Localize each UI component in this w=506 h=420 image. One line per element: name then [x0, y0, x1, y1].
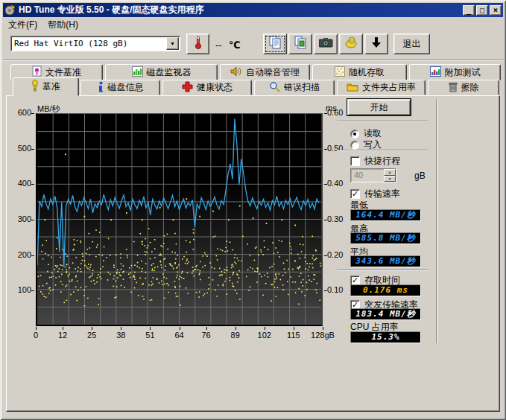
tab-label: 错误扫描 — [284, 81, 320, 94]
separator — [337, 270, 428, 271]
camera-icon — [319, 37, 333, 51]
donate-hand-icon — [344, 36, 358, 51]
axis-tick — [31, 220, 34, 220]
x-axis-tick-label: 25 — [79, 331, 104, 340]
right-axis-tick-label: 0.30 — [327, 214, 343, 223]
minimize-button[interactable]: _ — [463, 5, 475, 16]
transfer-rate-checkbox[interactable] — [350, 189, 360, 199]
axis-tick — [324, 290, 327, 291]
axis-tick — [92, 327, 92, 330]
folder-icon — [347, 82, 358, 94]
axis-tick — [265, 327, 265, 330]
panel-separator — [436, 99, 437, 343]
tab-folder-usage[interactable]: 文件夹占用率 — [337, 80, 426, 95]
axis-tick — [31, 255, 34, 256]
axis-tick — [323, 327, 323, 330]
copy-image-button[interactable] — [288, 34, 312, 54]
tab-random-access[interactable]: 随机存取 — [312, 64, 407, 80]
tab-disk-info[interactable]: 磁盘信息 — [80, 80, 160, 95]
axis-tick — [324, 184, 327, 185]
transfer-rate-label: 传输速率 — [364, 188, 400, 200]
axis-tick — [63, 327, 63, 330]
axis-tick — [324, 255, 327, 256]
window-title: HD Tune 专业版 5.50 - 硬盘/固态硬盘实用程序 — [19, 4, 203, 16]
tab-auto-acoustic[interactable]: 自动噪音管理 — [220, 64, 310, 80]
benchmark-chart — [36, 113, 323, 326]
axis-tick — [206, 327, 207, 330]
x-axis-tick-label: 38 — [108, 331, 133, 340]
temperature-value: -- — [215, 39, 222, 51]
right-axis-tick-label: 0.20 — [327, 250, 343, 259]
axis-tick — [31, 149, 34, 150]
info-icon — [98, 81, 104, 95]
read-radio[interactable] — [350, 130, 359, 139]
tab-disk-monitor[interactable]: 磁盘监视器 — [105, 64, 218, 80]
max-value: 585.8 MB/秒 — [350, 232, 421, 244]
magnifier-icon — [269, 81, 280, 95]
menu-help[interactable]: 帮助(H) — [42, 17, 83, 33]
axis-tick — [294, 327, 294, 330]
tab-label: 附加测试 — [445, 66, 481, 79]
tab-error-scan[interactable]: 错误扫描 — [254, 80, 335, 95]
maximize-button[interactable]: □ — [476, 5, 488, 16]
short-stroke-option[interactable]: 快捷行程 — [350, 155, 400, 168]
axis-tick — [235, 327, 236, 330]
save-results-button[interactable] — [364, 34, 388, 54]
app-icon — [4, 4, 16, 16]
start-button[interactable]: 开始 — [347, 99, 411, 115]
close-button[interactable]: × — [490, 5, 502, 16]
left-axis-tick-label: 600 — [9, 108, 31, 117]
exit-button[interactable]: 退出 — [393, 34, 430, 54]
download-arrow-icon — [371, 36, 382, 51]
write-radio[interactable] — [350, 141, 359, 150]
tab-extra-tests[interactable]: 附加测试 — [409, 64, 501, 80]
x-axis-tick-label: 51 — [137, 331, 162, 340]
left-axis-tick-label: 400 — [9, 179, 31, 188]
tab-benchmark[interactable]: 基准 — [13, 77, 79, 96]
burst-rate-value: 183.4 MB/秒 — [350, 308, 421, 320]
speaker-icon — [230, 66, 242, 79]
short-stroke-value: 40 — [351, 169, 384, 182]
axis-tick — [36, 327, 37, 330]
short-stroke-unit: gB — [414, 171, 426, 181]
copy-image-icon — [294, 36, 307, 52]
axis-tick — [31, 184, 34, 185]
tab-label: 健康状态 — [197, 81, 233, 94]
temperature-button[interactable] — [186, 34, 209, 54]
short-stroke-checkbox[interactable] — [350, 156, 360, 166]
spinner-down-button[interactable]: ▼ — [384, 176, 396, 182]
health-cross-icon — [182, 81, 193, 95]
left-axis-tick-label: 100 — [9, 285, 31, 294]
tab-label: 随机存取 — [349, 66, 385, 79]
short-stroke-size-input[interactable]: 40 ▲ ▼ — [350, 168, 396, 182]
random-access-icon — [335, 66, 345, 79]
extra-tests-icon — [430, 66, 441, 79]
axis-tick — [31, 290, 34, 291]
drive-select[interactable]: Red Hat VirtIO (128 gB) ▼ — [10, 36, 180, 51]
copy-text-button[interactable] — [263, 34, 287, 54]
axis-tick — [31, 113, 34, 114]
chevron-down-icon[interactable]: ▼ — [166, 37, 179, 50]
spinner-up-button[interactable]: ▲ — [384, 169, 396, 176]
exit-button-label: 退出 — [403, 38, 421, 51]
separator — [337, 121, 428, 122]
min-value: 164.4 MB/秒 — [350, 209, 421, 221]
drive-select-value: Red Hat VirtIO (128 gB) — [11, 39, 166, 48]
screenshot-button[interactable] — [314, 34, 338, 54]
axis-tick — [324, 149, 327, 150]
left-axis-tick-label: 300 — [9, 214, 31, 223]
tab-erase[interactable]: 擦除 — [428, 80, 499, 95]
donate-button[interactable] — [339, 34, 363, 54]
copy-icon — [269, 36, 282, 52]
left-axis-title: MB/秒 — [37, 104, 60, 115]
short-stroke-label: 快捷行程 — [364, 155, 400, 168]
x-axis-tick-label: 76 — [194, 331, 219, 340]
right-axis-tick-label: 0.40 — [327, 179, 343, 188]
left-axis-tick-label: 200 — [9, 250, 31, 259]
menu-file[interactable]: 文件(F) — [3, 17, 42, 33]
titlebar[interactable]: HD Tune 专业版 5.50 - 硬盘/固态硬盘实用程序 _ □ × — [3, 3, 503, 17]
tab-health[interactable]: 健康状态 — [162, 80, 252, 95]
axis-tick — [150, 327, 151, 330]
temperature-unit: ℃ — [229, 39, 241, 51]
cpu-usage-value: 15.3% — [350, 331, 421, 343]
